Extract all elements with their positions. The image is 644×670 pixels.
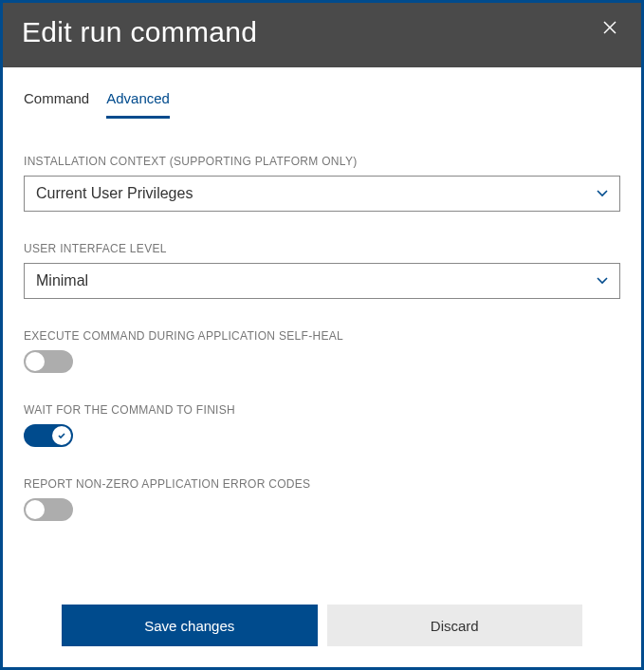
tab-command[interactable]: Command <box>24 84 89 119</box>
tab-bar: Command Advanced <box>24 84 620 119</box>
edit-run-command-dialog: Edit run command Command Advanced INSTAL… <box>0 0 644 670</box>
ui-level-field: USER INTERFACE LEVEL Minimal <box>24 242 620 299</box>
wait-finish-toggle[interactable] <box>24 424 73 447</box>
ui-level-select[interactable]: Minimal <box>24 263 620 299</box>
installation-context-select[interactable]: Current User Privileges <box>24 176 620 212</box>
self-heal-toggle[interactable] <box>24 350 73 373</box>
report-nonzero-field: REPORT NON-ZERO APPLICATION ERROR CODES <box>24 477 620 521</box>
discard-button[interactable]: Discard <box>327 605 583 646</box>
wait-finish-label: WAIT FOR THE COMMAND TO FINISH <box>24 403 620 417</box>
toggle-knob <box>26 352 45 371</box>
save-button[interactable]: Save changes <box>62 605 318 646</box>
ui-level-label: USER INTERFACE LEVEL <box>24 242 620 255</box>
self-heal-label: EXECUTE COMMAND DURING APPLICATION SELF-… <box>24 329 620 343</box>
chevron-down-icon <box>597 277 608 285</box>
dialog-title: Edit run command <box>22 16 257 48</box>
button-row: Save changes Discard <box>24 605 620 667</box>
installation-context-field: INSTALLATION CONTEXT (SUPPORTING PLATFOR… <box>24 155 620 212</box>
installation-context-label: INSTALLATION CONTEXT (SUPPORTING PLATFOR… <box>24 155 620 168</box>
tab-advanced[interactable]: Advanced <box>106 84 170 119</box>
close-icon[interactable] <box>603 16 622 37</box>
installation-context-value: Current User Privileges <box>36 185 193 202</box>
self-heal-field: EXECUTE COMMAND DURING APPLICATION SELF-… <box>24 329 620 373</box>
titlebar: Edit run command <box>3 3 641 67</box>
report-nonzero-label: REPORT NON-ZERO APPLICATION ERROR CODES <box>24 477 620 491</box>
toggle-knob <box>52 426 71 445</box>
wait-finish-field: WAIT FOR THE COMMAND TO FINISH <box>24 403 620 447</box>
dialog-content: Command Advanced INSTALLATION CONTEXT (S… <box>3 67 641 667</box>
chevron-down-icon <box>597 190 608 197</box>
report-nonzero-toggle[interactable] <box>24 498 73 521</box>
ui-level-value: Minimal <box>36 272 88 289</box>
toggle-knob <box>26 500 45 519</box>
